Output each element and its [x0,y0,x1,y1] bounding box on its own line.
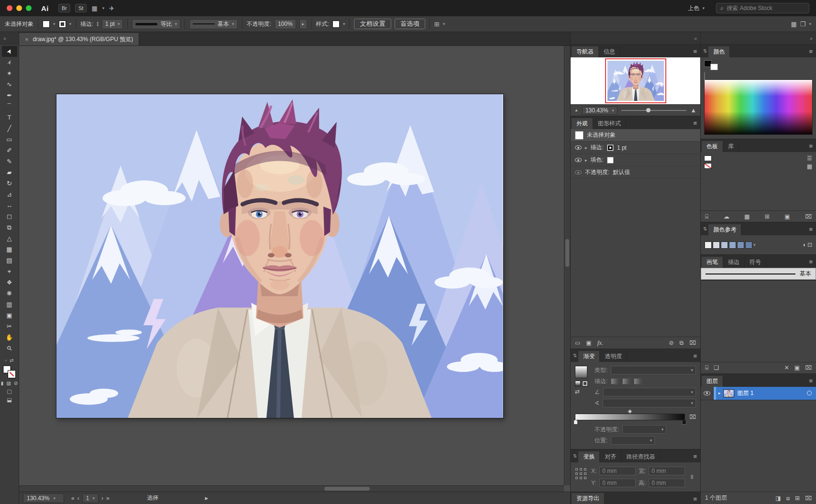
gradient-angle-field[interactable]: ▾ [603,388,696,396]
none-color-swatch[interactable] [704,72,705,80]
visibility-eye-icon[interactable] [575,170,582,175]
gradient-mode-icon[interactable]: ▨ [6,381,11,386]
stroke-weight-stepper[interactable]: ▴▾ [97,21,99,27]
tab-transform[interactable]: 变换 [578,451,600,462]
panel-menu-icon[interactable]: ≡ [693,495,697,503]
artboard-tool[interactable]: ▣ [2,310,17,321]
constrain-proportions-icon[interactable]: ∞ [689,467,695,487]
minimize-window-button[interactable] [16,5,22,11]
height-field[interactable]: 0 mm [649,479,685,487]
harmony-chevron-icon[interactable]: ▾ [753,242,756,247]
tab-layers[interactable]: 图层 [702,376,723,387]
rectangle-tool[interactable]: ▭ [2,134,17,145]
color-chip[interactable] [729,241,736,249]
add-effect-icon[interactable]: fx. [597,339,604,347]
panel-menu-icon[interactable]: ≡ [693,48,697,55]
artboard-number-field[interactable]: 1 ▾ [82,493,99,503]
stroke-row-swatch[interactable] [607,144,614,151]
send-icon[interactable]: ✈ [109,5,114,12]
selection-tool[interactable]: ➤ [2,46,17,57]
width-field[interactable]: 0 mm [649,467,685,475]
fill-color-swatch[interactable] [43,21,50,28]
appearance-row-stroke[interactable]: ▸ 描边: 1 pt [571,142,700,154]
layer-target-circle[interactable] [807,391,812,395]
curvature-tool[interactable]: ⌒ [2,101,17,112]
new-brush-icon[interactable]: ▣ [794,365,800,371]
x-field[interactable]: 0 mm [599,467,636,475]
color-chip[interactable] [737,241,744,249]
brush-libraries-icon[interactable]: ⌸ [705,365,708,371]
color-chip[interactable] [745,241,752,249]
gradient-thumbnail[interactable] [575,366,587,378]
gradient-stroke-toggle[interactable] [582,381,588,386]
pen-tool[interactable]: ✒ [2,90,17,101]
panel-cycle-icon[interactable]: ⇅ [702,226,708,231]
style-chevron-icon[interactable]: ▾ [343,22,345,26]
gradient-fill-toggle[interactable] [575,381,581,386]
arrange-documents-chevron-icon[interactable]: ▾ [809,22,811,26]
stock-search-field[interactable]: ⌕ [716,3,809,13]
magic-wand-tool[interactable]: ✶ [2,68,17,79]
expand-icon[interactable]: ▸ [585,158,587,163]
tab-navigator[interactable]: 导航器 [572,46,599,57]
layout-chevron-icon[interactable]: ▾ [102,6,105,11]
stroke-gradient-within-icon[interactable] [611,378,619,384]
tab-info[interactable]: 信息 [599,46,620,57]
stop-opacity-field[interactable]: ▾ [622,425,666,434]
delete-stop-icon[interactable]: ⌧ [689,414,696,420]
width-tool[interactable]: ↔ [2,200,17,211]
mesh-tool[interactable]: ▦ [2,244,17,255]
layer-row-1[interactable]: ▸ 图层 1 [701,387,816,400]
gradient-right-stop[interactable] [682,419,686,425]
panel-cycle-icon[interactable]: ⇅ [572,353,578,358]
drawing-mode-icon[interactable]: ▢ [7,388,11,394]
grid-view-icon[interactable]: ▦ [807,164,812,169]
delete-swatch-icon[interactable]: ⌧ [805,214,812,219]
column-graph-tool[interactable]: ▥ [2,299,17,310]
symbol-sprayer-tool[interactable]: ❋ [2,288,17,299]
workspace-grid-icon[interactable]: ▦ [791,21,797,28]
panel-menu-icon[interactable]: ≡ [693,352,697,360]
panel-menu-icon[interactable]: ≡ [809,258,813,265]
document-tab[interactable]: × draw.jpg* @ 130.43% (RGB/GPU 预览) [19,33,139,45]
tab-libraries[interactable]: 库 [723,141,739,152]
panel-menu-icon[interactable]: ≡ [809,377,813,384]
new-layer-icon[interactable]: ⊞ [795,495,800,501]
visibility-eye-icon[interactable] [575,145,582,150]
color-chip[interactable] [721,241,728,249]
lasso-tool[interactable]: ∿ [2,79,17,90]
white-swatch[interactable] [704,155,712,161]
color-chip[interactable] [705,241,712,249]
clear-appearance-icon[interactable]: ⊘ [669,340,674,346]
close-tab-icon[interactable]: × [25,36,29,43]
tab-color[interactable]: 颜色 [708,46,730,57]
navigator-proxy-rectangle[interactable] [605,58,666,103]
appearance-row-opacity[interactable]: 不透明度: 默认值 [571,166,700,179]
style-swatch[interactable] [332,21,340,28]
cc-libraries-icon[interactable]: ☁ [724,214,729,219]
status-popup-arrow[interactable]: ▶ [205,496,209,501]
navigator-zoom-field[interactable]: 130.43% ▾ [582,106,618,115]
navigator-preview[interactable] [571,57,700,104]
opacity-popup-button[interactable]: ▸ [299,19,307,29]
delete-brush-icon[interactable]: ⌧ [805,365,812,371]
stroke-proxy-swatch[interactable] [8,370,16,378]
swap-fill-stroke-icon[interactable]: ⇄ [10,358,13,363]
panel-menu-icon[interactable]: ≡ [809,48,813,55]
slice-tool[interactable]: ✂ [2,321,17,332]
appearance-row-fill[interactable]: ▸ 填色: [571,154,700,166]
horizontal-scrollbar-thumb[interactable] [324,487,370,491]
layer-visibility-cell[interactable] [701,387,714,400]
delete-item-icon[interactable]: ⌧ [689,340,696,346]
artboard-image[interactable] [56,94,503,418]
screen-mode-icon[interactable]: ⬓ [7,397,11,403]
add-stroke-icon[interactable]: ▭ [575,340,580,346]
new-color-group-icon[interactable]: ⊞ [765,214,770,219]
horizontal-scrollbar[interactable] [19,485,564,492]
perspective-grid-tool[interactable]: △ [2,233,17,244]
line-segment-tool[interactable]: ╱ [2,123,17,134]
type-tool[interactable]: T [2,112,17,123]
new-swatch-icon[interactable]: ▣ [784,214,790,219]
tab-asset-export[interactable]: 资源导出 [572,493,605,504]
zoom-tool[interactable]: ⚲ [2,343,17,354]
